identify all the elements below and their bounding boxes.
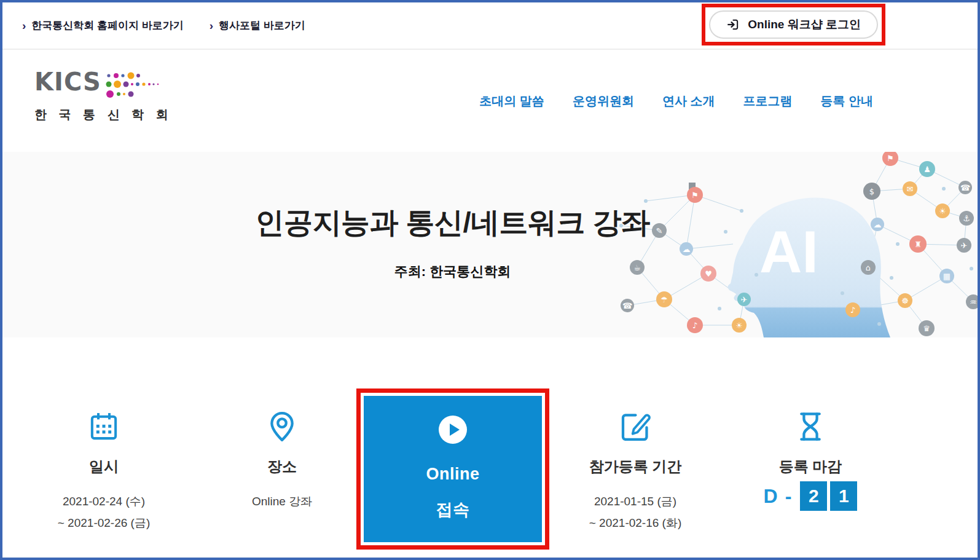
svg-text:☸: ☸: [901, 296, 909, 306]
kics-logo[interactable]: KICS 한 국 통 신 학 회: [34, 69, 173, 123]
location-pin-icon: [265, 410, 299, 443]
info-venue: 장소 Online 강좌: [214, 337, 350, 510]
svg-text:♪: ♪: [692, 321, 697, 330]
svg-text:✈: ✈: [741, 295, 748, 304]
nav-program[interactable]: 프로그램: [743, 93, 792, 109]
svg-text:♛: ♛: [923, 324, 930, 333]
event-host: 주최: 한국통신학회: [2, 262, 903, 281]
deadline-title: 등록 마감: [779, 457, 842, 476]
edit-pencil-icon: [619, 410, 652, 443]
svg-text:⚑: ⚑: [887, 154, 894, 163]
login-highlight-annotation: Online 워크샵 로그인: [702, 4, 885, 45]
hourglass-icon: [794, 410, 827, 443]
svg-text:⚑: ⚑: [691, 191, 699, 200]
info-strip: 일시 2021-02-24 (수) ~ 2021-02-26 (금) 장소 On…: [2, 337, 978, 558]
topbar-links: › 한국통신학회 홈페이지 바로가기 › 행사포털 바로가기: [22, 2, 305, 48]
page: › 한국통신학회 홈페이지 바로가기 › 행사포털 바로가기 Online 워크…: [0, 0, 980, 560]
dday-digit: 1: [830, 481, 857, 511]
online-highlight-annotation: Online 접속: [356, 388, 549, 550]
dday-dash: -: [785, 485, 792, 508]
venue-title: 장소: [267, 457, 297, 476]
svg-text:✉: ✉: [907, 184, 914, 194]
nav-speakers[interactable]: 연사 소개: [662, 93, 715, 109]
svg-text:☀: ☀: [939, 207, 946, 216]
svg-text:☁: ☁: [683, 245, 691, 254]
svg-text:▦: ▦: [943, 272, 951, 281]
header: KICS 한 국 통 신 학 회 초대의 말씀 운영위원회 연: [2, 50, 978, 152]
svg-text:♪: ♪: [850, 306, 855, 315]
main-nav: 초대의 말씀 운영위원회 연사 소개 프로그램 등록 안내: [479, 50, 873, 152]
info-registration-period: 참가등록 기간 2021-01-15 (금) ~ 2021-02-16 (화): [543, 337, 727, 531]
svg-text:☂: ☂: [661, 295, 668, 304]
online-button-line1: Online: [426, 465, 479, 484]
hero-ai-illustration: AI ⚑ ✎ ☁ ☕ ♥ ☂ ☎ ♪ ☀ ✈ ⚑ ♟ $: [603, 152, 978, 337]
date-title: 일시: [89, 457, 119, 476]
kics-logo-subtext: 한 국 통 신 학 회: [34, 106, 173, 123]
info-deadline: 등록 마감 D - 2 1: [724, 337, 896, 511]
login-button-label: Online 워크샵 로그인: [748, 17, 861, 33]
svg-text:$: $: [869, 187, 874, 196]
link-event-portal[interactable]: › 행사포털 바로가기: [210, 18, 305, 33]
svg-text:♒: ♒: [970, 298, 977, 307]
info-date: 일시 2021-02-24 (수) ~ 2021-02-26 (금): [24, 337, 184, 531]
svg-text:♜: ♜: [914, 240, 922, 249]
link-label: 행사포털 바로가기: [219, 18, 305, 33]
topbar: › 한국통신학회 홈페이지 바로가기 › 행사포털 바로가기 Online 워크…: [2, 2, 978, 48]
kics-logo-text: KICS: [34, 69, 101, 94]
svg-text:♟: ♟: [923, 165, 931, 174]
date-start: 2021-02-24 (수): [63, 494, 145, 510]
nav-committee[interactable]: 운영위원회: [573, 93, 634, 109]
dday-label: D: [764, 485, 778, 508]
online-workshop-login-button[interactable]: Online 워크샵 로그인: [709, 10, 878, 39]
venue-value: Online 강좌: [252, 494, 312, 510]
link-label: 한국통신학회 홈페이지 바로가기: [31, 18, 183, 33]
registration-start: 2021-01-15 (금): [594, 494, 676, 510]
dday-digit: 2: [800, 481, 827, 511]
link-kics-homepage[interactable]: › 한국통신학회 홈페이지 바로가기: [22, 18, 184, 33]
nav-registration[interactable]: 등록 안내: [820, 93, 873, 109]
calendar-icon: [87, 410, 120, 443]
hero-banner: AI ⚑ ✎ ☁ ☕ ♥ ☂ ☎ ♪ ☀ ✈ ⚑ ♟ $: [2, 152, 978, 337]
chevron-right-icon: ›: [210, 20, 213, 31]
date-end: ~ 2021-02-26 (금): [58, 515, 151, 531]
dday-countdown: D - 2 1: [764, 481, 858, 511]
sign-in-icon: [726, 18, 740, 31]
event-title: 인공지능과 통신/네트워크 강좌: [2, 203, 903, 242]
play-icon: [439, 416, 467, 444]
registration-end: ~ 2021-02-16 (화): [589, 515, 682, 531]
svg-text:⚓: ⚓: [963, 214, 970, 223]
registration-title: 참가등록 기간: [589, 457, 682, 476]
logo-dots-graphic: [104, 69, 160, 101]
chevron-right-icon: ›: [22, 20, 26, 31]
nav-invitation[interactable]: 초대의 말씀: [479, 93, 544, 109]
svg-text:☎: ☎: [622, 301, 632, 310]
svg-text:☀: ☀: [735, 321, 743, 330]
svg-text:☎: ☎: [960, 183, 970, 192]
online-access-button[interactable]: Online 접속: [364, 396, 542, 542]
online-button-line2: 접속: [436, 499, 470, 521]
svg-text:✈: ✈: [961, 241, 968, 250]
